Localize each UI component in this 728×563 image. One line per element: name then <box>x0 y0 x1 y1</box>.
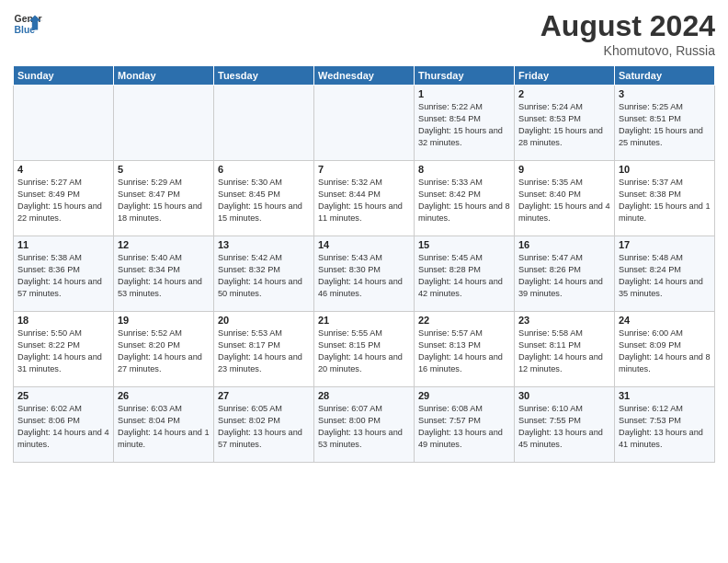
day-number: 4 <box>17 164 109 175</box>
day-number: 8 <box>418 164 510 175</box>
day-number: 20 <box>218 315 310 326</box>
calendar-cell-w5-d1: 26 Sunrise: 6:03 AM Sunset: 8:04 PM Dayl… <box>114 387 214 463</box>
header-saturday: Saturday <box>615 66 715 86</box>
month-info: August 2024 Khomutovo, Russia <box>540 9 715 58</box>
calendar-cell-w5-d3: 28 Sunrise: 6:07 AM Sunset: 8:00 PM Dayl… <box>314 387 415 463</box>
day-number: 1 <box>418 88 510 99</box>
calendar-cell-w1-d4: 1 Sunrise: 5:22 AM Sunset: 8:54 PM Dayli… <box>415 86 515 161</box>
week-row-1: 1 Sunrise: 5:22 AM Sunset: 8:54 PM Dayli… <box>14 86 715 161</box>
day-detail: Sunrise: 6:05 AM Sunset: 8:02 PM Dayligh… <box>218 403 310 451</box>
calendar-cell-w1-d2 <box>214 86 314 161</box>
calendar-cell-w3-d5: 16 Sunrise: 5:47 AM Sunset: 8:26 PM Dayl… <box>515 236 615 312</box>
day-detail: Sunrise: 5:50 AM Sunset: 8:22 PM Dayligh… <box>17 327 109 375</box>
day-detail: Sunrise: 5:48 AM Sunset: 8:24 PM Dayligh… <box>619 252 711 300</box>
logo: General Blue <box>13 9 42 39</box>
calendar-cell-w4-d2: 20 Sunrise: 5:53 AM Sunset: 8:17 PM Dayl… <box>214 312 314 387</box>
day-number: 13 <box>218 239 310 250</box>
calendar-cell-w4-d1: 19 Sunrise: 5:52 AM Sunset: 8:20 PM Dayl… <box>114 312 214 387</box>
calendar-cell-w3-d0: 11 Sunrise: 5:38 AM Sunset: 8:36 PM Dayl… <box>14 236 114 312</box>
day-detail: Sunrise: 5:42 AM Sunset: 8:32 PM Dayligh… <box>218 252 310 300</box>
day-number: 10 <box>619 164 711 175</box>
day-detail: Sunrise: 6:12 AM Sunset: 7:53 PM Dayligh… <box>619 403 711 451</box>
header-friday: Friday <box>515 66 615 86</box>
day-detail: Sunrise: 6:10 AM Sunset: 7:55 PM Dayligh… <box>518 403 610 451</box>
day-detail: Sunrise: 5:35 AM Sunset: 8:40 PM Dayligh… <box>518 177 610 224</box>
day-number: 14 <box>318 239 410 250</box>
calendar-cell-w2-d4: 8 Sunrise: 5:33 AM Sunset: 8:42 PM Dayli… <box>415 161 515 236</box>
day-number: 16 <box>518 239 610 250</box>
calendar-cell-w4-d0: 18 Sunrise: 5:50 AM Sunset: 8:22 PM Dayl… <box>14 312 114 387</box>
day-detail: Sunrise: 6:08 AM Sunset: 7:57 PM Dayligh… <box>418 403 510 451</box>
day-number: 27 <box>218 390 310 401</box>
week-row-5: 25 Sunrise: 6:02 AM Sunset: 8:06 PM Dayl… <box>14 387 715 463</box>
calendar-cell-w2-d5: 9 Sunrise: 5:35 AM Sunset: 8:40 PM Dayli… <box>515 161 615 236</box>
calendar-cell-w5-d0: 25 Sunrise: 6:02 AM Sunset: 8:06 PM Dayl… <box>14 387 114 463</box>
day-number: 24 <box>619 315 711 326</box>
day-number: 30 <box>518 390 610 401</box>
header-thursday: Thursday <box>415 66 515 86</box>
calendar-cell-w3-d1: 12 Sunrise: 5:40 AM Sunset: 8:34 PM Dayl… <box>114 236 214 312</box>
calendar-cell-w5-d6: 31 Sunrise: 6:12 AM Sunset: 7:53 PM Dayl… <box>615 387 715 463</box>
day-detail: Sunrise: 5:38 AM Sunset: 8:36 PM Dayligh… <box>17 252 109 300</box>
day-detail: Sunrise: 5:24 AM Sunset: 8:53 PM Dayligh… <box>518 101 610 149</box>
main-container: General Blue August 2024 Khomutovo, Russ… <box>0 0 728 472</box>
calendar-body: 1 Sunrise: 5:22 AM Sunset: 8:54 PM Dayli… <box>14 86 715 463</box>
calendar-table: Sunday Monday Tuesday Wednesday Thursday… <box>13 65 715 463</box>
day-number: 18 <box>17 315 109 326</box>
header: General Blue August 2024 Khomutovo, Russ… <box>13 9 715 58</box>
day-number: 19 <box>118 315 210 326</box>
day-number: 11 <box>17 239 109 250</box>
calendar-cell-w3-d4: 15 Sunrise: 5:45 AM Sunset: 8:28 PM Dayl… <box>415 236 515 312</box>
day-detail: Sunrise: 5:45 AM Sunset: 8:28 PM Dayligh… <box>418 252 510 300</box>
day-detail: Sunrise: 5:53 AM Sunset: 8:17 PM Dayligh… <box>218 327 310 375</box>
day-number: 5 <box>118 164 210 175</box>
calendar-cell-w5-d2: 27 Sunrise: 6:05 AM Sunset: 8:02 PM Dayl… <box>214 387 314 463</box>
day-detail: Sunrise: 5:57 AM Sunset: 8:13 PM Dayligh… <box>418 327 510 375</box>
calendar-cell-w1-d6: 3 Sunrise: 5:25 AM Sunset: 8:51 PM Dayli… <box>615 86 715 161</box>
day-detail: Sunrise: 5:33 AM Sunset: 8:42 PM Dayligh… <box>418 177 510 224</box>
calendar-cell-w4-d6: 24 Sunrise: 6:00 AM Sunset: 8:09 PM Dayl… <box>615 312 715 387</box>
day-number: 25 <box>17 390 109 401</box>
day-detail: Sunrise: 5:30 AM Sunset: 8:45 PM Dayligh… <box>218 177 310 224</box>
day-number: 26 <box>118 390 210 401</box>
day-detail: Sunrise: 6:02 AM Sunset: 8:06 PM Dayligh… <box>17 403 109 451</box>
day-detail: Sunrise: 5:29 AM Sunset: 8:47 PM Dayligh… <box>118 177 210 224</box>
day-detail: Sunrise: 5:43 AM Sunset: 8:30 PM Dayligh… <box>318 252 410 300</box>
calendar-cell-w4-d4: 22 Sunrise: 5:57 AM Sunset: 8:13 PM Dayl… <box>415 312 515 387</box>
day-number: 21 <box>318 315 410 326</box>
day-detail: Sunrise: 5:27 AM Sunset: 8:49 PM Dayligh… <box>17 177 109 224</box>
calendar-cell-w5-d5: 30 Sunrise: 6:10 AM Sunset: 7:55 PM Dayl… <box>515 387 615 463</box>
day-number: 22 <box>418 315 510 326</box>
week-row-3: 11 Sunrise: 5:38 AM Sunset: 8:36 PM Dayl… <box>14 236 715 312</box>
day-detail: Sunrise: 5:25 AM Sunset: 8:51 PM Dayligh… <box>619 101 711 149</box>
week-row-2: 4 Sunrise: 5:27 AM Sunset: 8:49 PM Dayli… <box>14 161 715 236</box>
calendar-cell-w3-d3: 14 Sunrise: 5:43 AM Sunset: 8:30 PM Dayl… <box>314 236 415 312</box>
day-detail: Sunrise: 5:37 AM Sunset: 8:38 PM Dayligh… <box>619 177 711 224</box>
calendar-cell-w1-d3 <box>314 86 415 161</box>
day-number: 2 <box>518 88 610 99</box>
calendar-cell-w1-d1 <box>114 86 214 161</box>
day-detail: Sunrise: 5:32 AM Sunset: 8:44 PM Dayligh… <box>318 177 410 224</box>
day-detail: Sunrise: 6:07 AM Sunset: 8:00 PM Dayligh… <box>318 403 410 451</box>
calendar-cell-w1-d0 <box>14 86 114 161</box>
month-title: August 2024 <box>540 9 715 43</box>
day-detail: Sunrise: 5:40 AM Sunset: 8:34 PM Dayligh… <box>118 252 210 300</box>
day-number: 28 <box>318 390 410 401</box>
calendar-cell-w2-d0: 4 Sunrise: 5:27 AM Sunset: 8:49 PM Dayli… <box>14 161 114 236</box>
day-detail: Sunrise: 5:52 AM Sunset: 8:20 PM Dayligh… <box>118 327 210 375</box>
day-number: 9 <box>518 164 610 175</box>
calendar-cell-w4-d5: 23 Sunrise: 5:58 AM Sunset: 8:11 PM Dayl… <box>515 312 615 387</box>
calendar-cell-w2-d6: 10 Sunrise: 5:37 AM Sunset: 8:38 PM Dayl… <box>615 161 715 236</box>
day-detail: Sunrise: 6:00 AM Sunset: 8:09 PM Dayligh… <box>619 327 711 375</box>
day-detail: Sunrise: 5:22 AM Sunset: 8:54 PM Dayligh… <box>418 101 510 149</box>
calendar-cell-w2-d2: 6 Sunrise: 5:30 AM Sunset: 8:45 PM Dayli… <box>214 161 314 236</box>
day-detail: Sunrise: 5:47 AM Sunset: 8:26 PM Dayligh… <box>518 252 610 300</box>
calendar-cell-w2-d3: 7 Sunrise: 5:32 AM Sunset: 8:44 PM Dayli… <box>314 161 415 236</box>
header-tuesday: Tuesday <box>214 66 314 86</box>
location: Khomutovo, Russia <box>540 43 715 58</box>
calendar-cell-w2-d1: 5 Sunrise: 5:29 AM Sunset: 8:47 PM Dayli… <box>114 161 214 236</box>
day-number: 15 <box>418 239 510 250</box>
day-number: 12 <box>118 239 210 250</box>
day-number: 17 <box>619 239 711 250</box>
calendar-cell-w5-d4: 29 Sunrise: 6:08 AM Sunset: 7:57 PM Dayl… <box>415 387 515 463</box>
